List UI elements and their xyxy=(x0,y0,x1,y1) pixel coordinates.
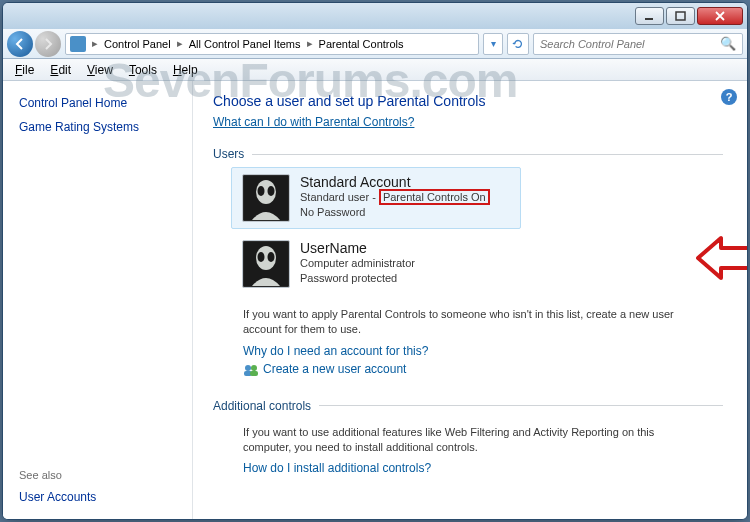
svg-point-5 xyxy=(268,186,275,196)
nav-back-button[interactable] xyxy=(7,31,33,57)
user-name: Standard Account xyxy=(300,174,490,190)
chevron-right-icon: ▸ xyxy=(305,37,315,50)
menubar: File Edit View Tools Help xyxy=(3,59,747,81)
window: ▸ Control Panel ▸ All Control Panel Item… xyxy=(2,2,748,520)
users-icon xyxy=(243,363,259,377)
additional-controls-section: Additional controls If you want to use a… xyxy=(213,399,723,480)
why-need-account-link[interactable]: Why do I need an account for this? xyxy=(243,344,428,358)
svg-point-8 xyxy=(258,252,265,262)
parental-status-highlight: Parental Controls On xyxy=(379,189,490,205)
svg-point-4 xyxy=(258,186,265,196)
user-card[interactable]: UserName Computer administrator Password… xyxy=(231,233,521,295)
maximize-button[interactable] xyxy=(666,7,695,25)
titlebar xyxy=(3,3,747,29)
sidebar-seealso-label: See also xyxy=(3,465,192,485)
search-input[interactable] xyxy=(540,38,720,50)
search-box[interactable]: 🔍 xyxy=(533,33,743,55)
breadcrumb-item[interactable]: Parental Controls xyxy=(315,34,408,54)
refresh-button[interactable] xyxy=(507,33,529,55)
sidebar: Control Panel Home Game Rating Systems S… xyxy=(3,81,193,519)
svg-point-10 xyxy=(245,365,251,371)
users-legend: Users xyxy=(213,147,252,161)
chevron-right-icon: ▸ xyxy=(90,37,100,50)
apply-help-text: If you want to apply Parental Controls t… xyxy=(243,307,693,338)
user-password-status: Password protected xyxy=(300,271,415,286)
breadcrumb[interactable]: ▸ Control Panel ▸ All Control Panel Item… xyxy=(65,33,479,55)
menu-view[interactable]: View xyxy=(79,61,121,79)
user-meta: Standard user - Parental Controls On xyxy=(300,190,490,205)
nav-forward-button[interactable] xyxy=(35,31,61,57)
breadcrumb-item[interactable]: Control Panel xyxy=(100,34,175,54)
breadcrumb-item[interactable]: All Control Panel Items xyxy=(185,34,305,54)
svg-rect-0 xyxy=(645,18,653,20)
user-avatar-icon xyxy=(242,174,290,222)
additional-legend: Additional controls xyxy=(213,399,319,413)
sidebar-home[interactable]: Control Panel Home xyxy=(3,91,192,115)
what-can-i-do-link[interactable]: What can I do with Parental Controls? xyxy=(213,115,414,129)
menu-help[interactable]: Help xyxy=(165,61,206,79)
help-icon[interactable]: ? xyxy=(721,89,737,105)
page-heading: Choose a user and set up Parental Contro… xyxy=(213,93,723,109)
svg-rect-1 xyxy=(676,12,685,20)
menu-tools[interactable]: Tools xyxy=(121,61,165,79)
how-install-link[interactable]: How do I install additional controls? xyxy=(243,461,431,475)
sidebar-user-accounts[interactable]: User Accounts xyxy=(3,485,192,509)
user-type: Computer administrator xyxy=(300,256,415,271)
search-icon: 🔍 xyxy=(720,36,736,51)
minimize-button[interactable] xyxy=(635,7,664,25)
user-avatar-icon xyxy=(242,240,290,288)
main-pane: ? Choose a user and set up Parental Cont… xyxy=(193,81,747,519)
chevron-right-icon: ▸ xyxy=(175,37,185,50)
users-section: Users Standard Account Standard user - P… xyxy=(213,147,723,381)
user-password-status: No Password xyxy=(300,205,490,220)
additional-help-text: If you want to use additional features l… xyxy=(243,425,693,456)
user-name: UserName xyxy=(300,240,415,256)
content-area: Control Panel Home Game Rating Systems S… xyxy=(3,81,747,519)
menu-edit[interactable]: Edit xyxy=(42,61,79,79)
breadcrumb-dropdown[interactable]: ▾ xyxy=(483,33,503,55)
svg-point-9 xyxy=(268,252,275,262)
control-panel-icon xyxy=(70,36,86,52)
user-card[interactable]: Standard Account Standard user - Parenta… xyxy=(231,167,521,229)
close-button[interactable] xyxy=(697,7,743,25)
sidebar-game-rating[interactable]: Game Rating Systems xyxy=(3,115,192,139)
nav-row: ▸ Control Panel ▸ All Control Panel Item… xyxy=(3,29,747,59)
create-new-account-link[interactable]: Create a new user account xyxy=(263,362,406,376)
svg-point-11 xyxy=(251,365,257,371)
menu-file[interactable]: File xyxy=(7,61,42,79)
svg-rect-13 xyxy=(250,371,258,376)
